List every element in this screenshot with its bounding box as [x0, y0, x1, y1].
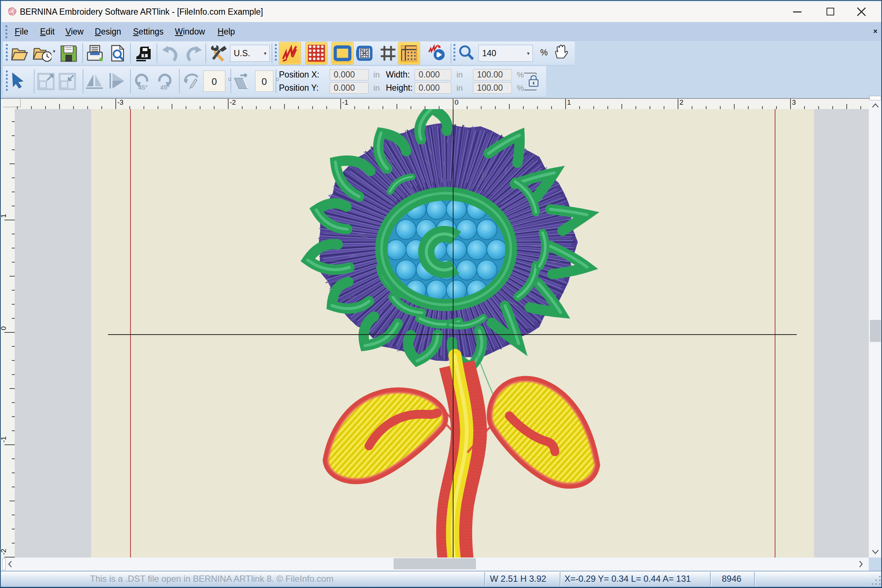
svg-text:-1: -1: [342, 98, 349, 106]
svg-text:45°: 45°: [160, 84, 170, 91]
svg-text:1: 1: [1, 214, 8, 218]
svg-text:3: 3: [792, 98, 796, 106]
svg-text:-3: -3: [117, 98, 123, 106]
svg-text:0: 0: [455, 98, 459, 106]
svg-text:0: 0: [1, 326, 8, 330]
svg-text:45°: 45°: [138, 84, 148, 91]
svg-text:-2: -2: [230, 98, 236, 106]
svg-text:2: 2: [679, 98, 684, 106]
svg-text:-1: -1: [1, 436, 8, 442]
svg-text:-2: -2: [1, 549, 8, 555]
svg-text:1: 1: [567, 98, 571, 106]
